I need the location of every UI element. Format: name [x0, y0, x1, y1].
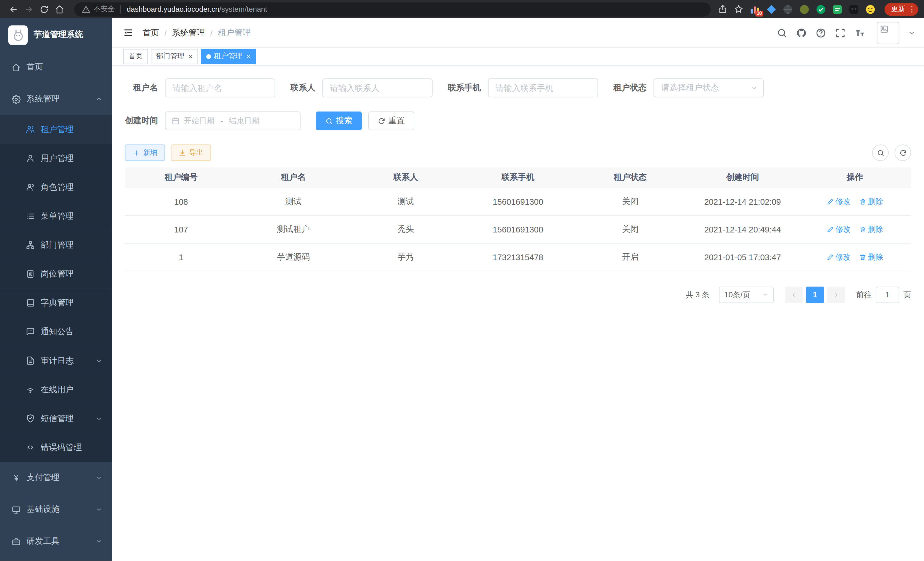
browser-back-button[interactable]	[6, 2, 21, 17]
toggle-search-button[interactable]	[872, 144, 889, 161]
address-bar[interactable]: 不安全 dashboard.yudao.iocoder.cn/system/te…	[74, 2, 711, 16]
sidebar-item-role-management[interactable]: 角色管理	[0, 173, 112, 202]
delete-link[interactable]: 删除	[859, 196, 883, 207]
date-start-placeholder: 开始日期	[184, 116, 214, 126]
page-size-select[interactable]: 10条/页	[719, 286, 774, 303]
sidebar-item-label: 短信管理	[40, 413, 74, 424]
tab-label: 部门管理	[156, 51, 184, 61]
app-logo[interactable]: 芋道管理系统	[0, 18, 112, 51]
table-row: 1芋道源码芋艿17321315478开启2021-01-05 17:03:47修…	[125, 243, 911, 271]
sidebar-item-error-code-management[interactable]: 错误码管理	[0, 433, 112, 462]
extension-notes-icon[interactable]	[832, 4, 843, 14]
extension-olive-icon[interactable]	[799, 4, 810, 14]
avatar-dropdown-caret-icon[interactable]	[908, 29, 915, 36]
refresh-table-button[interactable]	[895, 144, 911, 161]
sidebar-fold-icon[interactable]	[123, 27, 134, 38]
extension-globe-icon[interactable]	[783, 4, 793, 14]
dictionary-icon	[26, 299, 35, 307]
sidebar-item-menu-management[interactable]: 菜单管理	[0, 202, 112, 230]
edit-link[interactable]: 修改	[826, 196, 851, 207]
user-avatar[interactable]	[877, 21, 899, 44]
search-icon	[326, 117, 333, 125]
search-button[interactable]: 搜索	[316, 111, 362, 130]
actions-cell: 修改删除	[799, 243, 911, 271]
browser-reload-button[interactable]	[37, 2, 52, 17]
tab-tenant-management[interactable]: 租户管理×	[201, 49, 256, 64]
extension-badge: 10	[755, 10, 763, 16]
close-icon[interactable]: ×	[189, 53, 193, 60]
tenant-name-input[interactable]	[165, 78, 275, 97]
announcement-icon	[26, 327, 35, 336]
font-size-icon[interactable]	[855, 27, 865, 38]
sidebar-item-dev-tools[interactable]: 研发工具	[0, 526, 112, 557]
sidebar-item-dept-management[interactable]: 部门管理	[0, 230, 112, 259]
online-users-icon	[26, 385, 35, 394]
sidebar-item-post-management[interactable]: 岗位管理	[0, 260, 112, 289]
table-row: 107测试租户秃头15601691300关闭2021-12-14 20:49:4…	[125, 215, 911, 243]
delete-label: 删除	[868, 252, 883, 262]
delete-label: 删除	[868, 196, 883, 207]
add-button[interactable]: 新增	[125, 144, 165, 161]
edit-link[interactable]: 修改	[826, 224, 851, 235]
next-page-button[interactable]	[827, 286, 845, 303]
sidebar-item-payment-management[interactable]: 支付管理	[0, 462, 112, 493]
date-range-picker[interactable]: 开始日期 - 结束日期	[165, 111, 301, 130]
edit-label: 修改	[836, 252, 851, 262]
extension-check-icon[interactable]	[816, 4, 826, 14]
extension-stats-icon[interactable]: 10	[750, 4, 760, 14]
sidebar-item-audit-log[interactable]: 审计日志	[0, 346, 112, 375]
contact-input[interactable]	[322, 78, 433, 97]
sidebar-item-dict-management[interactable]: 字典管理	[0, 289, 112, 317]
status-select[interactable]: 请选择租户状态	[653, 78, 764, 97]
share-icon[interactable]	[718, 4, 728, 14]
browser-update-button[interactable]: 更新 ⋮	[885, 3, 918, 15]
app-title: 芋道管理系统	[34, 29, 83, 40]
reset-button[interactable]: 重置	[368, 111, 414, 130]
browser-forward-button[interactable]	[21, 2, 37, 17]
chevron-up-icon	[95, 96, 103, 103]
breadcrumb-separator: /	[210, 28, 213, 38]
tab-home[interactable]: 首页	[123, 49, 148, 64]
delete-link[interactable]: 删除	[859, 252, 883, 262]
goto-page-input[interactable]	[876, 286, 899, 303]
sidebar-item-label: 角色管理	[40, 182, 74, 193]
chevron-down-icon	[762, 291, 769, 298]
sidebar-item-tenant-management[interactable]: 租户管理	[0, 115, 112, 144]
tab-label: 租户管理	[214, 51, 242, 61]
extension-drop-icon[interactable]	[766, 4, 777, 14]
main-area: 首页 / 系统管理 / 租户管理 首页部门管理×租户管理×	[112, 18, 924, 561]
url-text: dashboard.yudao.iocoder.cn/system/tenant	[127, 5, 267, 14]
github-icon[interactable]	[796, 27, 807, 38]
sidebar-item-sms-management[interactable]: 短信管理	[0, 404, 112, 433]
edit-icon	[826, 198, 834, 205]
tab-dept-management[interactable]: 部门管理×	[151, 49, 198, 64]
active-tab-dot	[206, 54, 211, 59]
sidebar-item-infrastructure[interactable]: 基础设施	[0, 493, 112, 525]
bookmark-star-icon[interactable]	[734, 4, 744, 14]
table-cell: 108	[125, 188, 237, 215]
breadcrumb-system[interactable]: 系统管理	[172, 27, 205, 38]
export-button[interactable]: 导出	[171, 144, 211, 161]
delete-link[interactable]: 删除	[859, 224, 883, 235]
breadcrumb-home[interactable]: 首页	[142, 27, 159, 38]
header-search-icon[interactable]	[777, 27, 787, 38]
tenants-icon	[26, 125, 35, 134]
page-number-1[interactable]: 1	[806, 286, 824, 303]
extension-paw-icon[interactable]	[849, 4, 859, 14]
help-icon[interactable]	[816, 27, 826, 38]
table-cell: 开启	[574, 243, 686, 271]
extension-smiley-icon[interactable]	[865, 4, 876, 14]
sidebar-item-online-users[interactable]: 在线用户	[0, 375, 112, 404]
phone-input[interactable]	[488, 78, 598, 97]
sidebar-item-home[interactable]: 首页	[0, 51, 112, 83]
chevron-right-icon	[832, 291, 840, 298]
prev-page-button[interactable]	[785, 286, 802, 303]
sidebar-item-user-management[interactable]: 用户管理	[0, 144, 112, 173]
browser-home-button[interactable]	[52, 2, 68, 17]
sidebar-item-notice-announcement[interactable]: 通知公告	[0, 317, 112, 346]
edit-link[interactable]: 修改	[826, 252, 851, 262]
sidebar-item-system-management[interactable]: 系统管理	[0, 83, 112, 115]
fullscreen-icon[interactable]	[835, 27, 846, 38]
close-icon[interactable]: ×	[246, 53, 250, 60]
actions-cell: 修改删除	[799, 215, 911, 243]
